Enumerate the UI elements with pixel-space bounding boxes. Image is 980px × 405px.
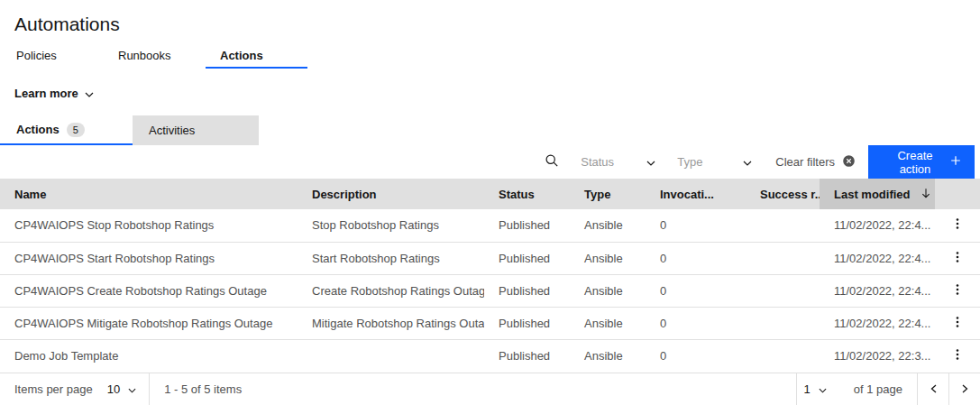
chevron-down-icon: [646, 155, 655, 169]
cell-invocations: 0: [646, 307, 746, 339]
cell-type: Ansible: [570, 339, 646, 372]
cell-last-modified: 11/02/2022, 22:4...: [820, 274, 935, 307]
row-overflow-menu-button[interactable]: [943, 244, 972, 272]
overflow-menu-icon: [950, 216, 965, 234]
subtab-actions-label: Actions: [16, 123, 60, 136]
column-header-name[interactable]: Name: [0, 179, 298, 209]
cell-name: CP4WAIOPS Create Robotshop Ratings Outag…: [0, 274, 298, 307]
cell-description: [298, 339, 484, 372]
cell-invocations: 0: [646, 209, 746, 242]
learn-more-toggle[interactable]: Learn more: [0, 79, 980, 106]
clear-filters-label: Clear filters: [775, 155, 835, 169]
table-header-row: Name Description Status Type Invocati...…: [0, 179, 980, 209]
cell-success-rate: [746, 339, 820, 372]
column-header-invocations[interactable]: Invocati...: [646, 179, 746, 209]
tab-actions[interactable]: Actions: [206, 45, 307, 69]
cell-type: Ansible: [570, 307, 646, 339]
learn-more-label: Learn more: [14, 87, 78, 100]
clear-filters-icon: [842, 154, 856, 170]
cell-status: Published: [484, 209, 570, 242]
cell-type: Ansible: [570, 209, 646, 242]
cell-description: Stop Robotshop Ratings: [298, 209, 484, 242]
overflow-menu-icon: [950, 315, 965, 332]
cell-last-modified: 11/02/2022, 22:4...: [820, 209, 935, 242]
cell-description: Create Robotshop Ratings Outage: [298, 274, 484, 307]
create-action-label: Create action: [881, 149, 949, 176]
column-header-status[interactable]: Status: [484, 179, 570, 209]
cell-type: Ansible: [570, 274, 646, 307]
items-per-page-label: Items per page: [0, 373, 100, 405]
cell-invocations: 0: [646, 242, 746, 274]
status-filter-dropdown[interactable]: Status: [570, 145, 666, 179]
cell-name: CP4WAIOPS Mitigate Robotshop Ratings Out…: [0, 307, 298, 339]
cell-status: Published: [484, 242, 570, 274]
cell-status: Published: [484, 274, 570, 307]
chevron-down-icon: [819, 382, 827, 396]
row-overflow-menu-button[interactable]: [943, 341, 972, 370]
chevron-down-icon: [743, 155, 752, 169]
page-count-text: of 1 page: [839, 373, 917, 405]
search-button[interactable]: [534, 145, 570, 179]
caret-left-icon: [930, 382, 937, 396]
subtab-actions[interactable]: Actions 5: [0, 115, 133, 145]
tab-policies[interactable]: Policies: [2, 45, 104, 69]
table-row[interactable]: CP4WAIOPS Create Robotshop Ratings Outag…: [0, 274, 980, 307]
search-icon: [545, 153, 559, 170]
table-row[interactable]: Demo Job Template Published Ansible 0 11…: [0, 339, 980, 372]
column-header-actions-menu: [935, 179, 980, 209]
next-page-button[interactable]: [948, 373, 980, 405]
cell-last-modified: 11/02/2022, 22:4...: [820, 307, 935, 339]
type-filter-placeholder: Type: [677, 155, 702, 169]
pagination-bar: Items per page 10 1 - 5 of 5 items 1 of …: [0, 373, 980, 405]
chevron-down-icon: [128, 382, 136, 396]
cell-success-rate: [746, 209, 820, 242]
cell-status: Published: [484, 307, 570, 339]
row-overflow-menu-button[interactable]: [943, 211, 972, 240]
cell-last-modified: 11/02/2022, 22:3...: [820, 339, 935, 372]
type-filter-dropdown[interactable]: Type: [666, 145, 763, 179]
cell-success-rate: [746, 274, 820, 307]
sort-descending-icon: [920, 187, 932, 202]
overflow-menu-icon: [950, 250, 965, 267]
tab-runbooks[interactable]: Runbooks: [104, 45, 206, 69]
status-filter-placeholder: Status: [581, 155, 614, 169]
actions-table: Name Description Status Type Invocati...…: [0, 179, 980, 372]
table-row[interactable]: CP4WAIOPS Mitigate Robotshop Ratings Out…: [0, 307, 980, 339]
subtab-activities-label: Activities: [149, 124, 195, 137]
create-action-button[interactable]: Create action: [868, 145, 975, 179]
actions-count-badge: 5: [67, 123, 85, 137]
main-tabs: Policies Runbooks Actions: [0, 45, 980, 69]
cell-type: Ansible: [570, 242, 646, 274]
items-per-page-select[interactable]: 10: [100, 373, 149, 405]
clear-filters-button[interactable]: Clear filters: [763, 145, 868, 179]
column-header-last-modified-label: Last modified: [834, 188, 911, 201]
row-overflow-menu-button[interactable]: [943, 308, 972, 337]
cell-name: CP4WAIOPS Start Robotshop Ratings: [0, 242, 298, 274]
plus-icon: [949, 154, 962, 170]
cell-name: Demo Job Template: [0, 339, 298, 372]
column-header-success-rate[interactable]: Success r...: [746, 179, 820, 209]
column-header-description[interactable]: Description: [298, 179, 484, 209]
table-row[interactable]: CP4WAIOPS Start Robotshop Ratings Start …: [0, 242, 980, 274]
column-header-type[interactable]: Type: [570, 179, 646, 209]
cell-description: Mitigate Robotshop Ratings Outage: [298, 307, 484, 339]
cell-last-modified: 11/02/2022, 22:4...: [820, 242, 935, 274]
subtab-activities[interactable]: Activities: [133, 115, 259, 145]
row-overflow-menu-button[interactable]: [943, 276, 972, 305]
previous-page-button[interactable]: [917, 373, 948, 405]
sub-tabs: Actions 5 Activities: [0, 115, 980, 145]
cell-success-rate: [746, 307, 820, 339]
table-row[interactable]: CP4WAIOPS Stop Robotshop Ratings Stop Ro…: [0, 209, 980, 242]
items-per-page-value: 10: [107, 382, 120, 396]
cell-description: Start Robotshop Ratings: [298, 242, 484, 274]
cell-success-rate: [746, 242, 820, 274]
page-number-select[interactable]: 1: [797, 373, 839, 405]
cell-status: Published: [484, 339, 570, 372]
chevron-down-icon: [85, 87, 94, 100]
column-header-last-modified[interactable]: Last modified: [820, 179, 935, 209]
cell-invocations: 0: [646, 339, 746, 372]
page-title: Automations: [0, 0, 980, 36]
caret-right-icon: [962, 382, 968, 396]
overflow-menu-icon: [950, 282, 965, 299]
cell-invocations: 0: [646, 274, 746, 307]
